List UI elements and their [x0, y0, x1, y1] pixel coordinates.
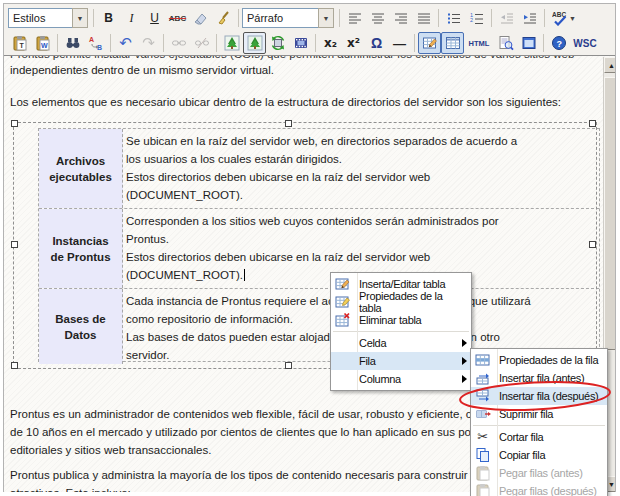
styles-dropdown-value: Estilos	[8, 8, 72, 28]
selection-handle-bottom-left[interactable]	[11, 362, 18, 369]
preview-button[interactable]	[494, 32, 517, 54]
header-line: Bases de	[55, 311, 106, 327]
selection-handle-mid-left[interactable]	[11, 241, 18, 248]
edit-table-button[interactable]	[418, 32, 441, 54]
preview-icon	[498, 35, 514, 51]
find-button[interactable]	[61, 32, 84, 54]
align-center-icon	[370, 10, 386, 26]
undo-button[interactable]: ↶	[114, 32, 137, 54]
insert-image-button[interactable]	[220, 32, 243, 54]
indent-button[interactable]	[518, 7, 541, 29]
paragraph-line: atractivos. Esto incluye:	[10, 484, 131, 492]
chevron-down-icon[interactable]: ▼	[72, 8, 88, 28]
submenu-item-delete-row[interactable]: Suprimir fila	[471, 405, 607, 423]
bold-button[interactable]: B	[97, 7, 120, 29]
menu-item-label: Columna	[359, 373, 401, 385]
submenu-item-copy-row[interactable]: Copiar fila	[471, 446, 607, 464]
selection-handle-bottom-center[interactable]	[285, 362, 292, 369]
header-line: de Prontus	[50, 249, 110, 265]
link-icon	[171, 35, 187, 51]
scrollbar-thumb[interactable]	[604, 77, 615, 350]
header-line: Instancias	[52, 233, 108, 249]
row-submenu: Propiedades de la fila Insertar fila (an…	[470, 348, 608, 496]
scroll-up-button[interactable]: ▲	[604, 57, 615, 73]
table-row: Instancias de Prontus Corresponden a los…	[39, 209, 599, 289]
unlink-button[interactable]	[190, 32, 213, 54]
selection-handle-top-left[interactable]	[11, 120, 18, 127]
menu-item-delete-table[interactable]: Eliminar tabla	[331, 311, 471, 329]
strikethrough-button[interactable]: ABC	[166, 7, 189, 29]
menu-item-label: Eliminar tabla	[359, 314, 421, 326]
separator	[543, 34, 544, 52]
cleanup-button[interactable]	[212, 7, 235, 29]
format-dropdown[interactable]: Párrafo ▼	[242, 8, 334, 28]
submenu-item-paste-rows-after[interactable]: Pegar filas (después)	[471, 482, 607, 496]
menu-item-row[interactable]: Fila	[331, 352, 471, 370]
submenu-arrow-icon	[462, 339, 467, 347]
table-header-cell[interactable]: Instancias de Prontus	[39, 209, 123, 288]
image-manager-button[interactable]	[243, 32, 266, 54]
spellcheck-button[interactable]: ABC ▼	[548, 7, 580, 29]
table-body-cell[interactable]: Se ubican en la raíz del servidor web, e…	[123, 129, 599, 208]
unlink-icon	[194, 35, 210, 51]
paste-text-button[interactable]: T	[8, 32, 31, 54]
underline-icon: U	[150, 11, 159, 25]
subscript-button[interactable]: x₂	[319, 32, 342, 54]
help-button[interactable]: ?	[547, 32, 570, 54]
binoculars-icon	[65, 35, 81, 51]
paste-word-icon: W	[35, 35, 51, 51]
submenu-item-cut-row[interactable]: ✂ Cortar fila	[471, 428, 607, 446]
find-replace-button[interactable]: AB	[84, 32, 107, 54]
media-button[interactable]	[266, 32, 289, 54]
paragraph-line: editoriales y sitios web transaccionales…	[10, 441, 211, 459]
superscript-button[interactable]: x²	[342, 32, 365, 54]
redo-icon: ↷	[142, 36, 155, 50]
menu-item-table-properties[interactable]: Propiedades de la tabla	[331, 293, 471, 311]
flash-media-button[interactable]	[289, 32, 312, 54]
paste-text-icon: T	[12, 35, 28, 51]
submenu-item-row-properties[interactable]: Propiedades de la fila	[471, 351, 607, 369]
table-header-cell[interactable]: Bases de Datos	[39, 289, 123, 364]
charmap-button[interactable]: Ω	[365, 32, 388, 54]
selection-handle-mid-right[interactable]	[589, 241, 596, 248]
numbered-list-button[interactable]: 12	[465, 7, 488, 29]
selection-handle-top-right[interactable]	[589, 120, 596, 127]
outdent-button[interactable]	[495, 7, 518, 29]
menu-item-column[interactable]: Columna	[331, 370, 471, 388]
remove-format-button[interactable]	[189, 7, 212, 29]
numbered-list-icon: 12	[469, 10, 485, 26]
align-justify-button[interactable]	[412, 7, 435, 29]
submenu-item-paste-rows-before[interactable]: Pegar filas (antes)	[471, 464, 607, 482]
bullet-list-button[interactable]	[442, 7, 465, 29]
submenu-item-insert-row-after[interactable]: Insertar fila (después)	[471, 387, 607, 405]
chevron-down-icon[interactable]: ▼	[318, 8, 334, 28]
fullscreen-button[interactable]	[517, 32, 540, 54]
paste-word-button[interactable]: W	[31, 32, 54, 54]
horizontal-rule-button[interactable]: —	[388, 32, 411, 54]
table-button[interactable]	[441, 32, 464, 54]
cell-text-line: Estos directorios deben ubicarse en la r…	[126, 168, 599, 186]
underline-button[interactable]: U	[143, 7, 166, 29]
align-center-button[interactable]	[366, 7, 389, 29]
separator	[110, 34, 111, 52]
chevron-down-icon[interactable]: ▼	[569, 15, 576, 22]
link-button[interactable]	[167, 32, 190, 54]
insert-row-before-icon	[474, 370, 491, 386]
styles-dropdown[interactable]: Estilos ▼	[8, 8, 88, 28]
content-table[interactable]: Archivos ejecutables Se ubican en la raí…	[38, 128, 600, 362]
html-source-button[interactable]: HTML	[464, 32, 494, 54]
italic-icon: I	[130, 11, 134, 26]
submenu-item-insert-row-before[interactable]: Insertar fila (antes)	[471, 369, 607, 387]
selection-handle-top-center[interactable]	[285, 120, 292, 127]
separator	[438, 9, 439, 27]
redo-button[interactable]: ↷	[137, 32, 160, 54]
menu-item-cell[interactable]: Celda	[331, 334, 471, 352]
bullet-list-icon	[446, 10, 462, 26]
table-header-cell[interactable]: Archivos ejecutables	[39, 129, 123, 208]
align-right-button[interactable]	[389, 7, 412, 29]
wsc-spellcheck-button[interactable]: WSC	[570, 32, 600, 54]
align-left-button[interactable]	[343, 7, 366, 29]
italic-button[interactable]: I	[120, 7, 143, 29]
svg-text:?: ?	[556, 39, 562, 49]
menu-separator	[473, 425, 605, 426]
